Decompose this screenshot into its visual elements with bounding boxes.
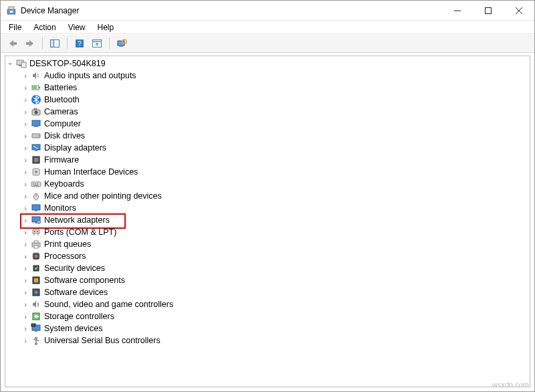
tree-root[interactable]: › DESKTOP-504K819 (5, 58, 530, 70)
svg-rect-7 (13, 42, 17, 45)
expand-icon[interactable]: › (21, 310, 31, 322)
tree-item[interactable]: ›Monitors (5, 202, 530, 214)
tree-item-label: Software components (44, 274, 125, 286)
tree-item[interactable]: ›Processors (5, 250, 530, 262)
svg-rect-24 (39, 87, 40, 88)
forward-button[interactable] (22, 36, 38, 51)
svg-rect-14 (93, 40, 102, 42)
expand-icon[interactable]: › (21, 70, 31, 82)
expand-icon[interactable]: › (21, 250, 31, 262)
scan-hardware-button[interactable] (114, 36, 130, 51)
svg-rect-37 (34, 158, 38, 162)
svg-rect-10 (51, 40, 54, 47)
menu-help[interactable]: Help (92, 21, 120, 33)
tree-item[interactable]: ›Computer (5, 118, 530, 130)
swcomp-icon (31, 275, 41, 286)
tree-item[interactable]: ›Audio inputs and outputs (5, 70, 530, 82)
tree-item[interactable]: ›Software devices (5, 286, 530, 298)
watermark: wsxdn.com (492, 381, 529, 389)
camera-icon (31, 106, 41, 117)
tree-item[interactable]: ›Print queues (5, 238, 530, 250)
menu-file[interactable]: File (3, 21, 27, 33)
minimize-button[interactable] (442, 1, 473, 21)
tree-item[interactable]: ›Universal Serial Bus controllers (5, 334, 530, 347)
svg-rect-67 (35, 330, 37, 332)
svg-rect-21 (19, 65, 21, 66)
tree-item[interactable]: ›Ports (COM & LPT) (5, 226, 530, 238)
expand-icon[interactable]: › (21, 226, 31, 238)
expand-icon[interactable]: › (21, 142, 31, 154)
svg-rect-15 (96, 43, 98, 45)
expand-icon[interactable]: › (21, 178, 31, 190)
expand-icon[interactable]: › (21, 298, 31, 310)
tree-item-label: Monitors (44, 202, 76, 214)
expand-icon[interactable]: › (21, 274, 31, 286)
expand-icon[interactable]: › (21, 130, 31, 142)
app-icon (6, 5, 17, 16)
back-button[interactable] (5, 36, 21, 51)
tree-item-label: Mice and other pointing devices (44, 190, 162, 202)
tree-item[interactable]: ›Mice and other pointing devices (5, 190, 530, 202)
titlebar: Device Manager (1, 1, 534, 21)
tree-item[interactable]: ›Keyboards (5, 178, 530, 190)
expand-icon[interactable]: › (21, 202, 31, 214)
show-hide-tree-button[interactable] (47, 36, 63, 51)
svg-rect-56 (34, 241, 38, 243)
svg-rect-43 (37, 183, 38, 185)
tree-item[interactable]: ›Software components (5, 274, 530, 286)
tree-item[interactable]: ›Display adapters (5, 142, 530, 154)
expand-icon[interactable]: › (21, 94, 31, 106)
toolbar: ? (1, 34, 534, 53)
network-icon (31, 215, 41, 225)
computer-root-icon (16, 58, 27, 69)
expand-icon[interactable]: › (21, 214, 31, 226)
tree-item-label: Storage controllers (44, 310, 114, 322)
expand-icon[interactable]: › (21, 334, 31, 347)
svg-point-53 (34, 231, 35, 232)
tree-item-label: Universal Serial Bus controllers (44, 334, 160, 347)
expand-icon[interactable]: › (21, 106, 31, 118)
tree-item-label: Human Interface Devices (44, 166, 138, 178)
tree-item[interactable]: ›Firmware (5, 154, 530, 166)
device-tree[interactable]: › DESKTOP-504K819 ›Audio inputs and outp… (5, 56, 530, 387)
tree-item[interactable]: ›Network adapters (5, 214, 530, 226)
monitor-icon (31, 203, 41, 213)
tree-item-label: Security devices (44, 262, 105, 274)
menu-action[interactable]: Action (28, 21, 61, 33)
help-button[interactable]: ? (72, 36, 88, 51)
svg-rect-44 (33, 185, 39, 187)
svg-rect-31 (34, 126, 38, 127)
tree-item[interactable]: ›Storage controllers (5, 310, 530, 322)
expand-icon[interactable]: › (21, 322, 31, 334)
toolbar-separator (42, 37, 43, 50)
toolbar-separator (67, 37, 68, 50)
computer-icon (31, 118, 41, 129)
expand-icon[interactable]: › (21, 166, 31, 178)
tree-item[interactable]: ›Sound, video and game controllers (5, 298, 530, 310)
expand-icon[interactable]: › (5, 60, 17, 69)
expand-icon[interactable]: › (21, 190, 31, 202)
security-icon (31, 263, 41, 274)
tree-item[interactable]: ›Bluetooth (5, 94, 530, 106)
svg-rect-29 (34, 108, 37, 110)
tree-item[interactable]: ›Disk drives (5, 130, 530, 142)
tree-item[interactable]: ›Human Interface Devices (5, 166, 530, 178)
expand-icon[interactable]: › (21, 154, 31, 166)
svg-rect-8 (26, 42, 29, 45)
svg-rect-1 (9, 7, 14, 9)
close-button[interactable] (504, 1, 534, 21)
tree-item[interactable]: ›Security devices (5, 262, 530, 274)
maximize-button[interactable] (473, 1, 504, 21)
expand-icon[interactable]: › (21, 238, 31, 250)
expand-icon[interactable]: › (21, 286, 31, 298)
svg-rect-17 (119, 45, 123, 47)
tree-item[interactable]: ›Cameras (5, 106, 530, 118)
tree-item[interactable]: ›Batteries (5, 82, 530, 94)
menu-view[interactable]: View (63, 21, 91, 33)
tree-item[interactable]: ›System devices (5, 322, 530, 334)
expand-icon[interactable]: › (21, 82, 31, 94)
hid-icon (31, 167, 41, 177)
expand-icon[interactable]: › (21, 262, 31, 274)
properties-button[interactable] (89, 36, 105, 51)
expand-icon[interactable]: › (21, 118, 31, 130)
